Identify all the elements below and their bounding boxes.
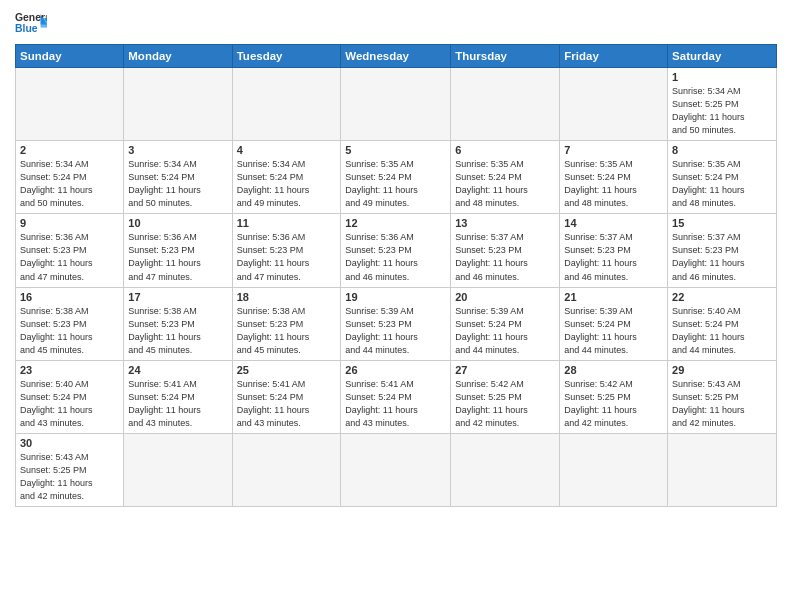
day-info: Sunrise: 5:37 AM Sunset: 5:23 PM Dayligh…	[564, 231, 663, 283]
day-info: Sunrise: 5:34 AM Sunset: 5:24 PM Dayligh…	[20, 158, 119, 210]
calendar-cell: 21Sunrise: 5:39 AM Sunset: 5:24 PM Dayli…	[560, 287, 668, 360]
day-number: 26	[345, 364, 446, 376]
calendar-cell: 14Sunrise: 5:37 AM Sunset: 5:23 PM Dayli…	[560, 214, 668, 287]
day-info: Sunrise: 5:38 AM Sunset: 5:23 PM Dayligh…	[237, 305, 337, 357]
day-number: 7	[564, 144, 663, 156]
logo: General Blue	[15, 10, 47, 38]
calendar-week-row: 16Sunrise: 5:38 AM Sunset: 5:23 PM Dayli…	[16, 287, 777, 360]
calendar-week-row: 23Sunrise: 5:40 AM Sunset: 5:24 PM Dayli…	[16, 360, 777, 433]
day-info: Sunrise: 5:34 AM Sunset: 5:24 PM Dayligh…	[128, 158, 227, 210]
calendar-cell: 4Sunrise: 5:34 AM Sunset: 5:24 PM Daylig…	[232, 141, 341, 214]
day-info: Sunrise: 5:41 AM Sunset: 5:24 PM Dayligh…	[345, 378, 446, 430]
day-number: 15	[672, 217, 772, 229]
calendar-cell: 7Sunrise: 5:35 AM Sunset: 5:24 PM Daylig…	[560, 141, 668, 214]
day-number: 18	[237, 291, 337, 303]
day-number: 30	[20, 437, 119, 449]
calendar-cell: 8Sunrise: 5:35 AM Sunset: 5:24 PM Daylig…	[668, 141, 777, 214]
weekday-header-wednesday: Wednesday	[341, 45, 451, 68]
calendar-cell: 30Sunrise: 5:43 AM Sunset: 5:25 PM Dayli…	[16, 433, 124, 506]
day-number: 29	[672, 364, 772, 376]
day-number: 21	[564, 291, 663, 303]
day-number: 19	[345, 291, 446, 303]
calendar-table: SundayMondayTuesdayWednesdayThursdayFrid…	[15, 44, 777, 507]
weekday-header-monday: Monday	[124, 45, 232, 68]
day-info: Sunrise: 5:35 AM Sunset: 5:24 PM Dayligh…	[564, 158, 663, 210]
calendar-cell: 27Sunrise: 5:42 AM Sunset: 5:25 PM Dayli…	[451, 360, 560, 433]
day-info: Sunrise: 5:42 AM Sunset: 5:25 PM Dayligh…	[455, 378, 555, 430]
day-number: 5	[345, 144, 446, 156]
day-info: Sunrise: 5:37 AM Sunset: 5:23 PM Dayligh…	[455, 231, 555, 283]
weekday-header-thursday: Thursday	[451, 45, 560, 68]
day-info: Sunrise: 5:36 AM Sunset: 5:23 PM Dayligh…	[128, 231, 227, 283]
weekday-header-row: SundayMondayTuesdayWednesdayThursdayFrid…	[16, 45, 777, 68]
day-number: 23	[20, 364, 119, 376]
calendar-cell	[451, 433, 560, 506]
day-number: 13	[455, 217, 555, 229]
day-number: 10	[128, 217, 227, 229]
day-number: 3	[128, 144, 227, 156]
day-info: Sunrise: 5:41 AM Sunset: 5:24 PM Dayligh…	[237, 378, 337, 430]
day-number: 12	[345, 217, 446, 229]
day-info: Sunrise: 5:36 AM Sunset: 5:23 PM Dayligh…	[237, 231, 337, 283]
day-number: 20	[455, 291, 555, 303]
calendar-cell	[451, 68, 560, 141]
calendar-cell: 16Sunrise: 5:38 AM Sunset: 5:23 PM Dayli…	[16, 287, 124, 360]
day-info: Sunrise: 5:40 AM Sunset: 5:24 PM Dayligh…	[20, 378, 119, 430]
day-info: Sunrise: 5:38 AM Sunset: 5:23 PM Dayligh…	[128, 305, 227, 357]
page-header: General Blue	[15, 10, 777, 38]
calendar-cell: 18Sunrise: 5:38 AM Sunset: 5:23 PM Dayli…	[232, 287, 341, 360]
day-number: 17	[128, 291, 227, 303]
weekday-header-tuesday: Tuesday	[232, 45, 341, 68]
logo-icon: General Blue	[15, 10, 47, 38]
calendar-cell: 22Sunrise: 5:40 AM Sunset: 5:24 PM Dayli…	[668, 287, 777, 360]
day-info: Sunrise: 5:43 AM Sunset: 5:25 PM Dayligh…	[672, 378, 772, 430]
calendar-cell: 11Sunrise: 5:36 AM Sunset: 5:23 PM Dayli…	[232, 214, 341, 287]
weekday-header-friday: Friday	[560, 45, 668, 68]
calendar-cell	[341, 68, 451, 141]
day-number: 4	[237, 144, 337, 156]
day-info: Sunrise: 5:37 AM Sunset: 5:23 PM Dayligh…	[672, 231, 772, 283]
day-number: 14	[564, 217, 663, 229]
calendar-cell	[341, 433, 451, 506]
day-info: Sunrise: 5:39 AM Sunset: 5:24 PM Dayligh…	[455, 305, 555, 357]
calendar-cell: 26Sunrise: 5:41 AM Sunset: 5:24 PM Dayli…	[341, 360, 451, 433]
calendar-week-row: 9Sunrise: 5:36 AM Sunset: 5:23 PM Daylig…	[16, 214, 777, 287]
day-info: Sunrise: 5:35 AM Sunset: 5:24 PM Dayligh…	[345, 158, 446, 210]
calendar-cell: 23Sunrise: 5:40 AM Sunset: 5:24 PM Dayli…	[16, 360, 124, 433]
calendar-week-row: 1Sunrise: 5:34 AM Sunset: 5:25 PM Daylig…	[16, 68, 777, 141]
day-info: Sunrise: 5:39 AM Sunset: 5:23 PM Dayligh…	[345, 305, 446, 357]
weekday-header-saturday: Saturday	[668, 45, 777, 68]
day-info: Sunrise: 5:36 AM Sunset: 5:23 PM Dayligh…	[345, 231, 446, 283]
day-number: 16	[20, 291, 119, 303]
day-info: Sunrise: 5:41 AM Sunset: 5:24 PM Dayligh…	[128, 378, 227, 430]
day-number: 6	[455, 144, 555, 156]
calendar-cell: 13Sunrise: 5:37 AM Sunset: 5:23 PM Dayli…	[451, 214, 560, 287]
calendar-cell: 25Sunrise: 5:41 AM Sunset: 5:24 PM Dayli…	[232, 360, 341, 433]
day-info: Sunrise: 5:34 AM Sunset: 5:24 PM Dayligh…	[237, 158, 337, 210]
calendar-cell	[124, 433, 232, 506]
calendar-cell	[668, 433, 777, 506]
calendar-cell: 5Sunrise: 5:35 AM Sunset: 5:24 PM Daylig…	[341, 141, 451, 214]
day-number: 24	[128, 364, 227, 376]
calendar-cell	[16, 68, 124, 141]
calendar-cell: 15Sunrise: 5:37 AM Sunset: 5:23 PM Dayli…	[668, 214, 777, 287]
day-info: Sunrise: 5:42 AM Sunset: 5:25 PM Dayligh…	[564, 378, 663, 430]
day-info: Sunrise: 5:38 AM Sunset: 5:23 PM Dayligh…	[20, 305, 119, 357]
day-number: 22	[672, 291, 772, 303]
calendar-cell: 6Sunrise: 5:35 AM Sunset: 5:24 PM Daylig…	[451, 141, 560, 214]
calendar-cell	[560, 433, 668, 506]
calendar-cell	[560, 68, 668, 141]
day-number: 11	[237, 217, 337, 229]
day-info: Sunrise: 5:35 AM Sunset: 5:24 PM Dayligh…	[672, 158, 772, 210]
day-info: Sunrise: 5:36 AM Sunset: 5:23 PM Dayligh…	[20, 231, 119, 283]
calendar-cell	[124, 68, 232, 141]
calendar-cell	[232, 68, 341, 141]
day-number: 1	[672, 71, 772, 83]
day-info: Sunrise: 5:39 AM Sunset: 5:24 PM Dayligh…	[564, 305, 663, 357]
calendar-cell: 17Sunrise: 5:38 AM Sunset: 5:23 PM Dayli…	[124, 287, 232, 360]
calendar-cell: 24Sunrise: 5:41 AM Sunset: 5:24 PM Dayli…	[124, 360, 232, 433]
day-info: Sunrise: 5:40 AM Sunset: 5:24 PM Dayligh…	[672, 305, 772, 357]
calendar-cell: 10Sunrise: 5:36 AM Sunset: 5:23 PM Dayli…	[124, 214, 232, 287]
calendar-cell: 12Sunrise: 5:36 AM Sunset: 5:23 PM Dayli…	[341, 214, 451, 287]
day-info: Sunrise: 5:34 AM Sunset: 5:25 PM Dayligh…	[672, 85, 772, 137]
